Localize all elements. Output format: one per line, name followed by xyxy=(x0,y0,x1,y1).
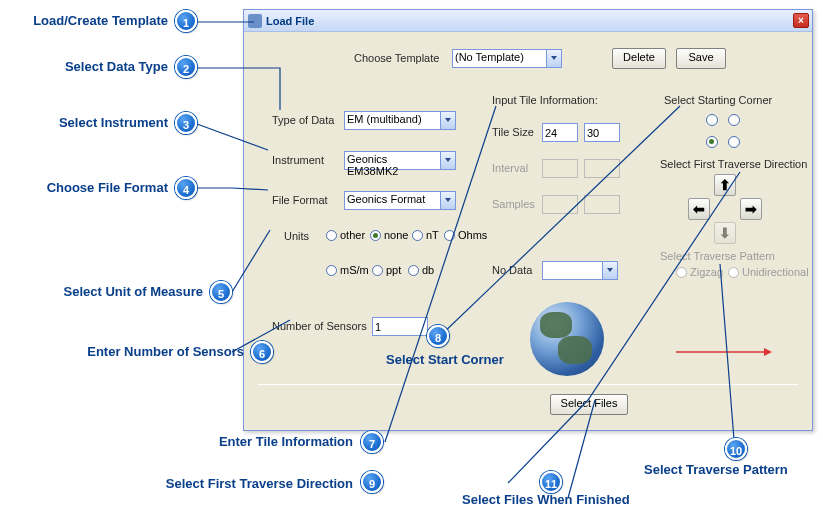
unit-msm-radio[interactable]: mS/m xyxy=(326,264,369,276)
save-button[interactable]: Save xyxy=(676,48,726,69)
badge-1: 1 xyxy=(175,10,197,32)
sensors-input[interactable] xyxy=(372,317,428,336)
zigzag-radio: Zigzag xyxy=(676,266,723,278)
choose-template-label: Choose Template xyxy=(354,52,439,64)
badge-3: 3 xyxy=(175,112,197,134)
file-format-label: File Format xyxy=(272,194,328,206)
arrow-up-button[interactable]: ⬆ xyxy=(714,174,736,196)
callout-text-2: Select Data Type xyxy=(65,59,168,74)
badge-9: 9 xyxy=(361,471,383,493)
arrow-down-button: ⬇ xyxy=(714,222,736,244)
unit-ppt-radio[interactable]: ppt xyxy=(372,264,401,276)
tile-heading: Input Tile Information: xyxy=(492,94,598,106)
badge-2: 2 xyxy=(175,56,197,78)
badge-5: 5 xyxy=(210,281,232,303)
red-arrow-icon xyxy=(674,342,774,362)
corner-bottom-right[interactable] xyxy=(728,136,740,148)
interval-label: Interval xyxy=(492,162,528,174)
unit-db-radio[interactable]: db xyxy=(408,264,434,276)
badge-10: 10 xyxy=(725,438,747,460)
samples-label: Samples xyxy=(492,198,535,210)
instrument-selected: Geonics EM38MK2 xyxy=(347,153,398,177)
type-of-data-selected: EM (multiband) xyxy=(347,113,422,125)
callout-text-9: Select First Traverse Direction xyxy=(166,476,353,491)
unit-nt-radio[interactable]: nT xyxy=(412,229,439,241)
divider xyxy=(258,384,798,385)
file-format-select[interactable]: Geonics Format xyxy=(344,191,456,210)
traverse-pattern-label: Select Traverse Pattern xyxy=(660,250,775,262)
type-of-data-select[interactable]: EM (multiband) xyxy=(344,111,456,130)
delete-button[interactable]: Delete xyxy=(612,48,666,69)
window-title: Load File xyxy=(266,15,314,27)
callout-text-4: Choose File Format xyxy=(47,180,168,195)
app-icon xyxy=(248,14,262,28)
arrow-down-icon: ⬇ xyxy=(719,226,731,240)
select-files-button[interactable]: Select Files xyxy=(550,394,628,415)
svg-marker-1 xyxy=(764,348,772,356)
corner-top-right[interactable] xyxy=(728,114,740,126)
badge-8: 8 xyxy=(427,325,449,347)
close-button[interactable]: × xyxy=(793,13,809,28)
nodata-label: No Data xyxy=(492,264,532,276)
callout-text-3: Select Instrument xyxy=(59,115,168,130)
badge-7: 7 xyxy=(361,431,383,453)
nodata-select[interactable] xyxy=(542,261,618,280)
starting-corner-label: Select Starting Corner xyxy=(664,94,772,106)
callout-text-1: Load/Create Template xyxy=(33,13,168,28)
interval-y-input xyxy=(584,159,620,178)
load-file-dialog: Load File × Choose Template (No Template… xyxy=(243,9,813,431)
traverse-direction-label: Select First Traverse Direction xyxy=(660,158,807,170)
template-selected: (No Template) xyxy=(455,51,524,63)
file-format-selected: Geonics Format xyxy=(347,193,425,205)
callout-text-11: Select Files When Finished xyxy=(462,492,630,507)
unit-none-radio[interactable]: none xyxy=(370,229,408,241)
callout-text-5: Select Unit of Measure xyxy=(64,284,203,299)
tile-size-y-input[interactable] xyxy=(584,123,620,142)
type-of-data-label: Type of Data xyxy=(272,114,334,126)
corner-bottom-left[interactable] xyxy=(706,136,718,148)
instrument-select[interactable]: Geonics EM38MK2 xyxy=(344,151,456,170)
interval-x-input xyxy=(542,159,578,178)
samples-y-input xyxy=(584,195,620,214)
unit-other-radio[interactable]: other xyxy=(326,229,365,241)
callout-text-6: Enter Number of Sensors xyxy=(87,344,244,359)
arrow-up-icon: ⬆ xyxy=(719,178,731,192)
arrow-right-button[interactable]: ➡ xyxy=(740,198,762,220)
unidirectional-radio: Unidirectional xyxy=(728,266,809,278)
globe-image xyxy=(530,302,604,376)
callout-text-10: Select Traverse Pattern xyxy=(644,462,788,477)
callout-text-7: Enter Tile Information xyxy=(219,434,353,449)
corner-top-left[interactable] xyxy=(706,114,718,126)
unit-ohms-radio[interactable]: Ohms xyxy=(444,229,487,241)
callout-text-8: Select Start Corner xyxy=(386,352,504,367)
instrument-label: Instrument xyxy=(272,154,324,166)
arrow-left-button[interactable]: ⬅ xyxy=(688,198,710,220)
sensors-label: Number of Sensors xyxy=(272,320,367,332)
badge-6: 6 xyxy=(251,341,273,363)
units-label: Units xyxy=(284,230,309,242)
badge-11: 11 xyxy=(540,471,562,493)
tile-size-x-input[interactable] xyxy=(542,123,578,142)
dialog-body: Choose Template (No Template) Delete Sav… xyxy=(244,32,812,430)
titlebar: Load File × xyxy=(244,10,812,32)
arrow-right-icon: ➡ xyxy=(745,202,757,216)
samples-x-input xyxy=(542,195,578,214)
tile-size-label: Tile Size xyxy=(492,126,534,138)
starting-corner-grid[interactable] xyxy=(706,114,744,152)
template-select[interactable]: (No Template) xyxy=(452,49,562,68)
badge-4: 4 xyxy=(175,177,197,199)
arrow-left-icon: ⬅ xyxy=(693,202,705,216)
